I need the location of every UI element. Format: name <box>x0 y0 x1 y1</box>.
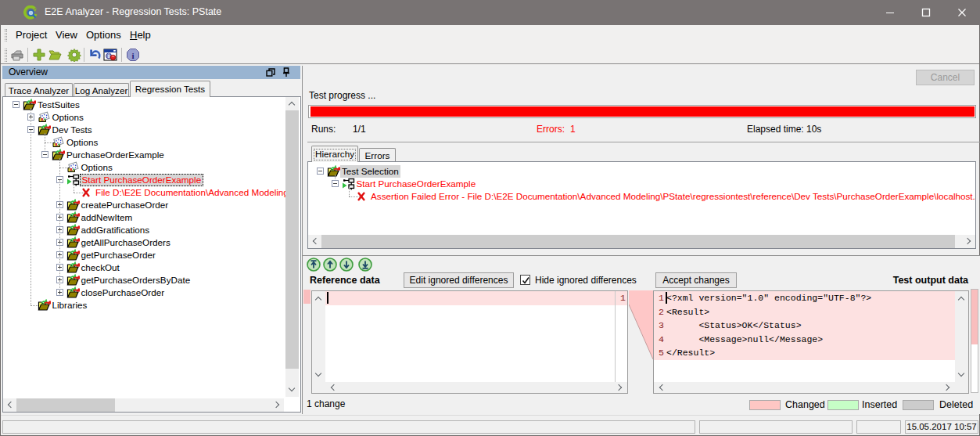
tree-row[interactable]: Assertion Failed Error - File D:\E2E Doc… <box>308 190 975 203</box>
tree-row-label[interactable]: Assertion Failed Error - File D:\E2E Doc… <box>369 190 975 203</box>
undo-icon[interactable] <box>88 48 102 62</box>
tree-row[interactable]: addNewItem <box>3 211 285 224</box>
test-output-pane[interactable]: 1<?xml version="1.0" encoding="UTF-8"?>2… <box>653 290 969 394</box>
tab-trace-analyzer[interactable]: Trace Analyzer <box>5 83 73 96</box>
report-window-icon[interactable]: i <box>103 48 117 62</box>
tree-row-label[interactable]: Test Selection <box>340 165 400 178</box>
tree-row-label[interactable]: getPurchaseOrder <box>80 249 158 261</box>
minimize-button[interactable] <box>872 0 908 25</box>
tree-row[interactable]: Libraries <box>3 299 285 312</box>
toolbar-grip[interactable] <box>5 49 7 62</box>
scroll-up-arrow[interactable] <box>956 293 967 304</box>
add-icon[interactable] <box>32 48 46 62</box>
scroll-right-arrow[interactable] <box>942 382 953 394</box>
menu-options[interactable]: Options <box>81 25 127 45</box>
hierarchy-horizontal-scrollbar[interactable] <box>308 235 975 248</box>
diff-vertical-scrollbar[interactable] <box>312 291 325 393</box>
tree-row-label[interactable]: File D:\E2E Documentation\Advanced Model… <box>94 186 285 199</box>
tree-row[interactable]: Start PurchaseOrderExample <box>308 178 975 190</box>
print-icon[interactable] <box>10 48 24 62</box>
tree-row-label[interactable]: Start PurchaseOrderExample <box>80 174 204 186</box>
scroll-up-arrow[interactable] <box>286 98 298 110</box>
tab-log-analyzer[interactable]: Log Analyzer <box>74 83 129 96</box>
tree-row-label[interactable]: Start PurchaseOrderExample <box>355 178 478 190</box>
scroll-up-arrow[interactable] <box>313 293 325 304</box>
menu-grip[interactable] <box>5 29 7 41</box>
expand-icon[interactable] <box>56 289 63 296</box>
collapse-icon[interactable] <box>317 168 324 175</box>
menu-project[interactable]: Project <box>10 25 52 45</box>
tree-row-label[interactable]: Options <box>51 111 85 124</box>
last-change-button[interactable] <box>358 258 372 272</box>
tree-row[interactable]: TestSuites <box>3 99 285 111</box>
scroll-left-arrow[interactable] <box>327 382 339 394</box>
scroll-right-arrow[interactable] <box>614 382 626 394</box>
tree-row[interactable]: getPurchaseOrdersByDate <box>3 274 285 286</box>
tree-row-label[interactable]: Options <box>65 136 99 149</box>
tree-row[interactable]: Options <box>3 161 285 174</box>
tree-row-label[interactable]: createPurchaseOrder <box>80 199 171 211</box>
close-button[interactable] <box>944 0 980 25</box>
tree-horizontal-scrollbar[interactable] <box>3 398 284 412</box>
float-panel-icon[interactable] <box>266 68 275 77</box>
results-tab-hierarchy[interactable]: Hierarchy <box>311 146 358 162</box>
scrollbar-thumb[interactable] <box>321 235 955 248</box>
scroll-left-arrow[interactable] <box>309 236 321 247</box>
open-folder-icon[interactable] <box>48 48 62 62</box>
tree-vertical-scrollbar[interactable] <box>285 97 299 397</box>
first-change-button[interactable] <box>307 258 321 272</box>
tree-row-label[interactable]: getPurchaseOrdersByDate <box>80 274 192 286</box>
tree-row[interactable]: Options <box>3 136 285 149</box>
collapse-icon[interactable] <box>332 180 339 187</box>
scroll-down-arrow[interactable] <box>956 369 967 380</box>
scrollbar-thumb[interactable] <box>285 110 299 369</box>
tree-row[interactable]: checkOut <box>3 261 285 274</box>
tree-row-label[interactable]: Options <box>80 161 114 174</box>
tree-row[interactable]: Start PurchaseOrderExample <box>3 174 285 186</box>
diff-vertical-scrollbar[interactable] <box>955 291 968 393</box>
tree-row[interactable]: getPurchaseOrder <box>3 249 285 261</box>
collapse-icon[interactable] <box>13 101 20 108</box>
reference-data-pane[interactable]: 1 <box>311 290 628 394</box>
previous-change-button[interactable] <box>323 258 337 272</box>
scroll-left-arrow[interactable] <box>655 382 667 394</box>
tree-row[interactable]: Dev Tests <box>3 124 285 136</box>
tree-row-label[interactable]: Libraries <box>51 299 89 312</box>
scroll-down-arrow[interactable] <box>313 369 325 380</box>
tree-row[interactable]: getAllPurchaseOrders <box>3 236 285 249</box>
tab-regression-tests[interactable]: Regression Tests <box>130 81 210 97</box>
scroll-right-arrow[interactable] <box>963 236 975 247</box>
tree-row[interactable]: PurchaseOrderExample <box>3 149 285 161</box>
tree-row-label[interactable]: addGratifications <box>80 224 152 236</box>
pin-panel-icon[interactable] <box>282 67 291 77</box>
accept-changes-button[interactable]: Accept changes <box>655 272 737 288</box>
diff-horizontal-scrollbar[interactable] <box>325 382 627 393</box>
tree-row-label[interactable]: closePurchaseOrder <box>80 286 167 299</box>
tree-row-label[interactable]: PurchaseOrderExample <box>65 149 166 161</box>
scroll-down-arrow[interactable] <box>286 384 298 395</box>
tree-row[interactable]: File D:\E2E Documentation\Advanced Model… <box>3 186 285 199</box>
scrollbar-thumb[interactable] <box>16 398 115 412</box>
maximize-button[interactable] <box>908 0 944 25</box>
tree-row-label[interactable]: Dev Tests <box>51 124 94 136</box>
tree-row[interactable]: closePurchaseOrder <box>3 286 285 299</box>
cancel-button[interactable]: Cancel <box>916 70 975 85</box>
collapse-icon[interactable] <box>41 151 48 158</box>
scroll-left-arrow[interactable] <box>4 399 16 411</box>
tree-row[interactable]: Test Selection <box>308 165 975 178</box>
menu-view[interactable]: View <box>50 25 83 45</box>
tree-row-label[interactable]: getAllPurchaseOrders <box>80 236 172 249</box>
tree-row-label[interactable]: TestSuites <box>36 99 81 111</box>
menu-help[interactable]: Help <box>124 25 156 45</box>
results-tab-errors[interactable]: Errors <box>359 148 396 161</box>
settings-gear-icon[interactable] <box>67 48 81 62</box>
scroll-right-arrow[interactable] <box>271 399 283 411</box>
diff-horizontal-scrollbar[interactable] <box>654 382 955 393</box>
tree-row-label[interactable]: addNewItem <box>80 211 135 224</box>
tree-row[interactable]: createPurchaseOrder <box>3 199 285 211</box>
hide-ignored-differences-checkbox[interactable] <box>520 275 530 285</box>
tree-row[interactable]: Options <box>3 111 285 124</box>
edit-ignored-differences-button[interactable]: Edit ignored differences <box>404 272 514 288</box>
next-change-button[interactable] <box>339 258 354 272</box>
tree-row-label[interactable]: checkOut <box>80 261 121 274</box>
